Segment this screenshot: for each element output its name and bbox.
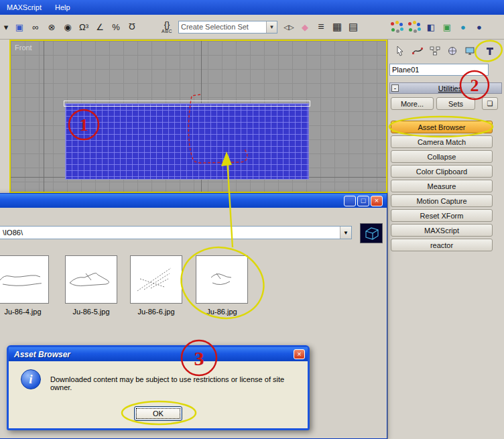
ok-button[interactable]: OK bbox=[134, 406, 182, 421]
sets-button[interactable]: Sets bbox=[436, 97, 475, 110]
thumbnail-item[interactable]: Ju-86-6.jpg bbox=[130, 255, 182, 316]
thumbnail-filename: Ju-86-6.jpg bbox=[130, 308, 182, 316]
named-selection-sets-icon[interactable]: {} ABC bbox=[160, 19, 174, 34]
asset-browser-titlebar[interactable]: _ □ × bbox=[0, 194, 387, 208]
create-selection-set-combo[interactable]: ▼ bbox=[178, 21, 277, 34]
schematic-view-icon[interactable]: ▤ bbox=[346, 19, 361, 34]
render-elements-icon[interactable] bbox=[406, 19, 422, 34]
material-editor-icon[interactable] bbox=[389, 19, 405, 34]
dialog-close-button[interactable]: × bbox=[294, 349, 305, 359]
address-bar[interactable]: ▼ bbox=[0, 226, 352, 239]
address-chevron-down-icon[interactable]: ▼ bbox=[340, 227, 351, 239]
render-scene-icon[interactable]: ◧ bbox=[424, 19, 438, 34]
asset-browser-dialog: Asset Browser × i Downloaded content may… bbox=[7, 345, 310, 430]
menu-bar: MAXScript Help bbox=[0, 0, 504, 15]
thumbnail-item[interactable]: Ju-86.jpg bbox=[196, 255, 248, 316]
color-clipboard-button[interactable]: Color Clipboard bbox=[391, 165, 493, 178]
cube-icon bbox=[362, 225, 381, 241]
thumbnail-image bbox=[131, 256, 182, 303]
minimize-button[interactable]: _ bbox=[344, 196, 356, 206]
configure-button-sets-icon[interactable]: ❏ bbox=[482, 97, 498, 110]
toolbar-overflow-icon[interactable]: ▾ bbox=[1, 19, 11, 34]
utilities-rollout-header[interactable]: - Utilities bbox=[389, 82, 502, 94]
rollout-title: Utilities bbox=[399, 84, 501, 92]
command-panel: - Utilities More... Sets ❏ Asset Browser… bbox=[387, 40, 504, 439]
thumbnail-frame[interactable] bbox=[130, 255, 182, 304]
command-panel-tabs bbox=[388, 40, 504, 60]
thumbnail-image bbox=[0, 256, 48, 303]
utilities-button-list: Asset Browser Camera Match Collapse Colo… bbox=[391, 121, 493, 251]
curve-editor-icon[interactable]: ▦ bbox=[330, 19, 344, 34]
measure-button[interactable]: Measure bbox=[391, 180, 493, 192]
more-button[interactable]: More... bbox=[391, 97, 434, 110]
asset-browser-button[interactable]: Asset Browser bbox=[391, 121, 493, 133]
thumbnail-frame[interactable] bbox=[0, 255, 49, 304]
select-and-link-icon[interactable]: ∞ bbox=[28, 19, 43, 34]
front-viewport[interactable]: Front bbox=[9, 40, 387, 193]
viewport-layout-icon[interactable]: ▣ bbox=[12, 19, 27, 34]
collapse-button[interactable]: Collapse bbox=[391, 150, 493, 163]
utility-actions-row: More... Sets ❏ bbox=[391, 97, 498, 110]
reactor-button[interactable]: reactor bbox=[391, 239, 493, 251]
menu-maxscript[interactable]: MAXScript bbox=[7, 3, 42, 11]
dialog-titlebar[interactable]: Asset Browser × bbox=[9, 347, 308, 361]
thumbnail-filename: Ju-86-4.jpg bbox=[0, 308, 49, 316]
unlink-selection-icon[interactable]: ⊗ bbox=[44, 19, 59, 34]
thumbnail-image bbox=[196, 256, 247, 303]
viewport-label: Front bbox=[15, 44, 32, 52]
dialog-body: i Downloaded content may be subject to u… bbox=[9, 361, 308, 428]
thumbnail-frame[interactable] bbox=[196, 255, 248, 304]
snap-toggle-icon[interactable]: Ω³ bbox=[76, 19, 91, 34]
thumbnail-frame[interactable] bbox=[65, 255, 117, 304]
max-application-window: MAXScript Help ▾ ▣ ∞ ⊗ ◉ Ω³ ∠ % Ω {} ABC… bbox=[0, 0, 504, 439]
render-last-icon[interactable]: ● bbox=[472, 19, 487, 34]
spline-object bbox=[11, 41, 386, 192]
reset-xform-button[interactable]: Reset XForm bbox=[391, 209, 493, 222]
align-icon[interactable]: ◆ bbox=[298, 19, 312, 34]
modify-tab-icon[interactable] bbox=[411, 44, 424, 57]
mirror-icon[interactable]: ◁▷ bbox=[281, 19, 296, 34]
camera-match-button[interactable]: Camera Match bbox=[391, 135, 493, 148]
menu-help[interactable]: Help bbox=[55, 3, 70, 11]
chevron-down-icon[interactable]: ▼ bbox=[266, 21, 277, 33]
render-type-icon[interactable]: ▣ bbox=[440, 19, 454, 34]
hierarchy-tab-icon[interactable] bbox=[428, 44, 441, 57]
utilities-tab-icon[interactable] bbox=[483, 44, 496, 57]
maxscript-button[interactable]: MAXScript bbox=[391, 224, 493, 237]
dialog-title: Asset Browser bbox=[14, 350, 292, 359]
motion-tab-icon[interactable] bbox=[446, 44, 458, 57]
maximize-button[interactable]: □ bbox=[357, 196, 369, 206]
layer-manager-icon[interactable]: ≡ bbox=[314, 19, 328, 34]
spinner-snap-icon[interactable]: Ω bbox=[125, 19, 139, 34]
bind-to-space-warp-icon[interactable]: ◉ bbox=[60, 19, 75, 34]
percent-snap-icon[interactable]: % bbox=[109, 19, 123, 34]
display-tab-icon[interactable] bbox=[463, 44, 476, 57]
main-toolbar: ▾ ▣ ∞ ⊗ ◉ Ω³ ∠ % Ω {} ABC ▼ ◁▷ ◆ ≡ ▦ ▤ ◧… bbox=[0, 15, 504, 40]
create-tab-icon[interactable] bbox=[393, 44, 406, 57]
address-input[interactable] bbox=[0, 226, 352, 239]
close-button[interactable]: × bbox=[371, 196, 383, 206]
motion-capture-button[interactable]: Motion Capture bbox=[391, 194, 493, 207]
dialog-message: Downloaded content may be subject to use… bbox=[50, 375, 298, 391]
thumbnail-image bbox=[66, 256, 117, 303]
angle-snap-icon[interactable]: ∠ bbox=[92, 19, 107, 34]
thumbnail-filename: Ju-86.jpg bbox=[196, 308, 248, 316]
quick-render-icon[interactable]: ● bbox=[456, 19, 470, 34]
max-cube-icon[interactable] bbox=[360, 223, 383, 243]
thumbnail-item[interactable]: Ju-86-5.jpg bbox=[65, 255, 117, 316]
thumbnail-item[interactable]: Ju-86-4.jpg bbox=[0, 255, 49, 316]
create-selection-set-input[interactable] bbox=[179, 23, 266, 31]
object-name-field[interactable] bbox=[389, 64, 489, 76]
rollout-collapse-icon[interactable]: - bbox=[391, 84, 399, 92]
thumbnail-filename: Ju-86-5.jpg bbox=[65, 308, 117, 316]
info-icon: i bbox=[21, 369, 41, 389]
